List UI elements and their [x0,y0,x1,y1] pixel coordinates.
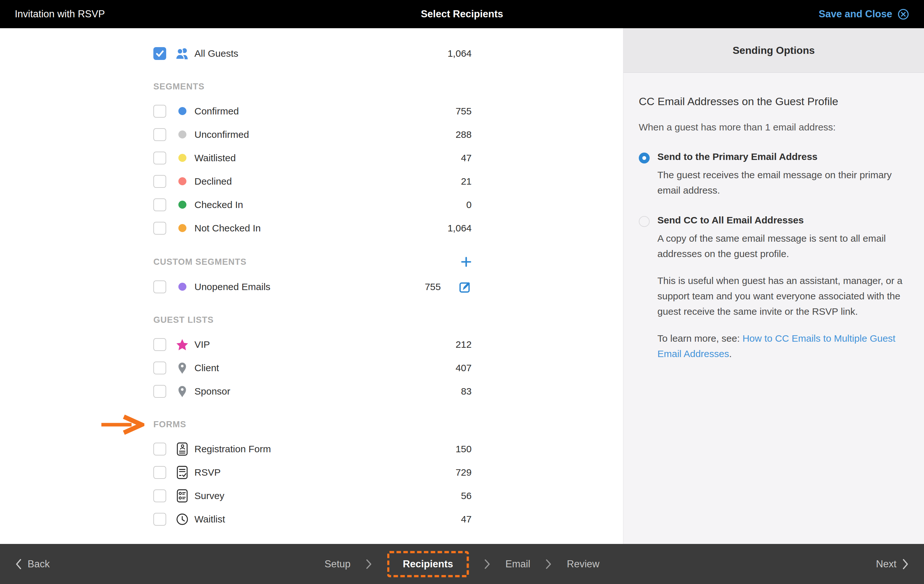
recipients-list: All Guests 1,064 SEGMENTS Confirmed 755 … [153,28,472,531]
step-recipients[interactable]: Recipients [387,551,469,577]
cc-heading: CC Email Addresses on the Guest Profile [639,95,909,108]
status-dot [178,283,186,291]
section-title-guest-lists: GUEST LISTS [153,315,472,325]
row-count: 1,064 [447,223,472,234]
wizard-footer: Back Setup Recipients Email Review Next [0,544,924,584]
checkmark-icon [153,47,166,60]
row-count: 47 [461,153,472,163]
not-checked-in-checkbox[interactable] [153,222,166,235]
row-all-guests: All Guests 1,064 [153,42,472,65]
section-title-label: FORMS [153,419,186,429]
row-label: Unconfirmed [195,129,249,140]
row-confirmed: Confirmed 755 [153,99,472,123]
option-cc-all-emails: Send CC to All Email Addresses A copy of… [639,215,909,362]
edit-segment-button[interactable] [459,280,472,293]
row-count: 729 [455,467,472,478]
section-title-forms: FORMS [153,419,472,429]
option-primary-email: Send to the Primary Email Address The gu… [639,151,909,198]
close-circle-icon[interactable] [898,8,909,20]
option-description: The guest receives the email message on … [657,167,909,198]
status-dot [178,154,186,162]
status-dot [178,107,186,115]
next-label: Next [876,558,896,570]
row-label: Declined [195,176,232,187]
row-count: 0 [466,199,472,210]
radio-primary-email[interactable] [639,153,650,163]
unconfirmed-checkbox[interactable] [153,128,166,141]
tag-icon [175,385,190,398]
page-title: Select Recipients [239,8,685,20]
annotation-arrow-icon [99,414,144,435]
row-label: Survey [195,490,224,501]
cc-intro: When a guest has more than 1 email addre… [639,122,909,133]
survey-form-icon [175,489,190,503]
save-and-close-button[interactable]: Save and Close [685,8,909,20]
next-button[interactable]: Next [876,558,909,570]
row-count: 755 [425,281,441,292]
save-and-close-label: Save and Close [819,8,892,20]
row-label: RSVP [195,467,221,478]
row-label: VIP [195,339,210,350]
row-label: Checked In [195,199,243,210]
row-label: Waitlisted [195,153,236,163]
plus-icon [461,257,472,267]
recipients-panel: All Guests 1,064 SEGMENTS Confirmed 755 … [0,28,623,544]
row-rsvp: RSVP 729 [153,461,472,484]
status-dot [178,224,186,232]
campaign-title: Invitation with RSVP [15,8,239,20]
declined-checkbox[interactable] [153,175,166,188]
chevron-right-icon [902,559,909,569]
back-button[interactable]: Back [15,558,50,570]
row-label: Waitlist [195,514,225,525]
row-count: 150 [455,444,472,454]
section-title-custom-segments: CUSTOM SEGMENTS [153,257,472,267]
checked-in-checkbox[interactable] [153,198,166,211]
rsvp-checkbox[interactable] [153,466,166,479]
sending-options-panel: Sending Options CC Email Addresses on th… [623,28,924,544]
vip-checkbox[interactable] [153,338,166,351]
row-label: Confirmed [195,106,239,117]
learn-more-prefix: To learn more, see: [657,333,742,344]
sending-options-title: Sending Options [624,28,924,73]
registration-form-checkbox[interactable] [153,443,166,456]
row-count: 56 [461,490,472,501]
status-dot [178,177,186,185]
all-guests-checkbox[interactable] [153,47,166,60]
wizard-steps: Setup Recipients Email Review [325,551,600,577]
status-dot [178,201,186,209]
waitlist-checkbox[interactable] [153,513,166,526]
row-label: Unopened Emails [195,281,271,292]
survey-checkbox[interactable] [153,489,166,502]
option-description: A copy of the same email message is sent… [657,231,909,262]
confirmed-checkbox[interactable] [153,105,166,118]
row-not-checked-in: Not Checked In 1,064 [153,216,472,240]
chevron-left-icon [15,559,22,569]
step-email[interactable]: Email [505,558,530,570]
row-count: 83 [461,386,472,397]
learn-more-suffix: . [729,349,731,359]
rsvp-form-icon [175,466,190,479]
row-label: Client [195,362,219,373]
row-count: 47 [461,514,472,525]
row-count: 288 [455,129,472,140]
step-setup[interactable]: Setup [325,558,351,570]
row-survey: Survey 56 [153,484,472,507]
row-unopened-emails: Unopened Emails 755 [153,275,472,298]
step-review[interactable]: Review [567,558,600,570]
unopened-emails-checkbox[interactable] [153,280,166,293]
select-recipients-screen: Invitation with RSVP Select Recipients S… [0,0,924,584]
sponsor-checkbox[interactable] [153,385,166,398]
tag-icon [175,362,190,374]
row-sponsor: Sponsor 83 [153,380,472,403]
waitlisted-checkbox[interactable] [153,151,166,165]
people-icon [175,47,190,60]
client-checkbox[interactable] [153,362,166,374]
row-checked-in: Checked In 0 [153,193,472,216]
row-label: All Guests [195,48,238,59]
row-label: Not Checked In [195,223,261,234]
section-title-label: CUSTOM SEGMENTS [153,257,247,267]
row-registration-form: Registration Form 150 [153,437,472,461]
add-custom-segment-button[interactable] [461,257,472,267]
row-vip: VIP 212 [153,333,472,356]
radio-cc-all-emails[interactable] [639,216,650,227]
